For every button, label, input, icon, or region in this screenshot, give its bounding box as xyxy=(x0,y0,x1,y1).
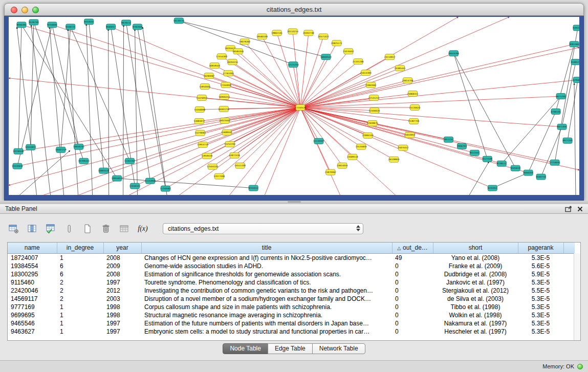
graph-node[interactable]: 19443794 xyxy=(448,51,460,56)
graph-node[interactable]: 19861541 xyxy=(271,30,282,36)
graph-node[interactable]: 22648675 xyxy=(367,120,378,126)
graph-node[interactable]: 8456203 xyxy=(524,170,533,176)
citation-edge-black[interactable] xyxy=(541,127,562,177)
table-row[interactable]: 1456911722003Disruption of a novel membe… xyxy=(8,295,575,303)
graph-node[interactable]: 25387704 xyxy=(408,118,420,124)
graph-node[interactable]: 24385441 xyxy=(395,65,406,71)
citation-edge-red[interactable] xyxy=(17,107,300,166)
graph-node[interactable]: 17761005 xyxy=(223,71,234,76)
graph-node[interactable]: 9346721 xyxy=(66,24,75,30)
function-builder-icon[interactable]: f(x) xyxy=(136,222,149,235)
table-row[interactable]: 969969511998Structural magnetic resonanc… xyxy=(8,311,575,319)
graph-node[interactable]: 12077008 xyxy=(213,173,225,179)
table-row[interactable]: 1830029562008Estimation of significance … xyxy=(8,270,575,278)
table-row[interactable]: 911546021997Tourette syndrome. Phenomeno… xyxy=(8,278,575,287)
graph-node[interactable]: 19560109 xyxy=(256,34,268,39)
delete-icon[interactable] xyxy=(99,222,113,235)
graph-node[interactable]: 10865516 xyxy=(98,168,110,173)
graph-node[interactable]: 20825171 xyxy=(331,40,342,46)
table-row[interactable]: 977716911998Corpus callosum shape and si… xyxy=(8,303,575,311)
close-panel-icon[interactable] xyxy=(577,206,583,212)
graph-node[interactable]: 8012441 xyxy=(470,150,480,156)
graph-node[interactable]: 8977240 xyxy=(563,138,573,143)
tab-node-table[interactable]: Node Table xyxy=(223,343,268,354)
citation-edge-red[interactable] xyxy=(300,96,561,107)
graph-node[interactable]: 9678112 xyxy=(121,20,131,26)
graph-node[interactable]: 17554300 xyxy=(216,54,227,59)
tab-edge-table[interactable]: Edge Table xyxy=(268,343,313,354)
column-header-out_de[interactable]: △out_de… xyxy=(392,243,433,253)
graph-node[interactable]: 15950004 xyxy=(199,84,210,90)
graph-node[interactable]: 23614055 xyxy=(337,163,348,168)
graph-node[interactable]: 10954817 xyxy=(112,176,123,181)
graph-node[interactable]: 10430616 xyxy=(12,163,23,169)
graph-node[interactable]: 9188570 xyxy=(571,59,579,65)
citation-edge-red[interactable] xyxy=(300,107,555,163)
citation-edge-black[interactable] xyxy=(179,20,293,64)
graph-node[interactable]: 14872416 xyxy=(229,152,240,158)
citation-edge-red[interactable] xyxy=(9,107,300,185)
graph-node[interactable]: 9294812 xyxy=(573,77,579,83)
graph-node[interactable]: 24868311 xyxy=(407,91,419,97)
column-header-year[interactable]: year xyxy=(103,243,141,253)
citation-edge-red[interactable] xyxy=(238,51,300,107)
graph-node[interactable]: 22406020 xyxy=(369,107,380,113)
graph-node[interactable]: 8871456 xyxy=(557,124,567,129)
graph-node[interactable]: 9245052 xyxy=(488,185,497,191)
citation-edge-black[interactable] xyxy=(138,27,166,188)
graph-node[interactable]: 9392245 xyxy=(573,25,579,31)
citation-edge-black[interactable] xyxy=(18,150,70,195)
graph-node[interactable]: 8766105 xyxy=(551,108,561,114)
citation-edge-black[interactable] xyxy=(179,20,325,57)
graph-node[interactable]: 14278061 xyxy=(194,130,206,136)
graph-node[interactable]: 16461218 xyxy=(218,106,229,112)
minimize-window-button[interactable] xyxy=(21,7,28,13)
graph-node[interactable]: 17344859 xyxy=(220,82,231,88)
graph-node[interactable]: 23389518 xyxy=(347,154,358,160)
graph-node[interactable]: 15048898 xyxy=(194,106,205,112)
graph-node[interactable]: 23870062 xyxy=(325,169,336,175)
citation-edge-red[interactable] xyxy=(300,44,574,107)
table-selector-dropdown[interactable]: citations_edges.txt xyxy=(163,223,363,234)
citation-edge-black[interactable] xyxy=(17,27,37,195)
graph-node[interactable]: 12504105 xyxy=(207,164,218,169)
citation-edge-black[interactable] xyxy=(123,25,124,195)
citation-edge-black[interactable] xyxy=(89,21,104,170)
graph-node[interactable]: 8345610 xyxy=(511,165,520,171)
citation-edge-red[interactable] xyxy=(240,107,300,166)
graph-node[interactable]: 15689441 xyxy=(221,129,232,135)
graph-node[interactable]: 16959503 xyxy=(209,63,220,69)
citation-edge-red[interactable] xyxy=(300,48,579,108)
column-header-title[interactable]: title xyxy=(141,243,392,253)
graph-node[interactable]: 15476957 xyxy=(196,95,207,101)
citation-edge-black[interactable] xyxy=(52,25,79,146)
new-column-icon[interactable] xyxy=(44,222,57,235)
graph-node[interactable]: 15252204 xyxy=(224,141,235,147)
table-scrollbar[interactable] xyxy=(574,253,580,340)
graph-node[interactable]: 25610853 xyxy=(404,132,416,138)
graph-node[interactable]: 15134507 xyxy=(313,138,324,144)
graph-node[interactable]: 9234606 xyxy=(47,22,57,28)
citation-edge-black[interactable] xyxy=(135,29,138,195)
table-row[interactable]: 2242004622012Investigating the contribut… xyxy=(8,287,575,295)
citation-edge-black[interactable] xyxy=(574,83,576,195)
table-row[interactable]: 1872400712008Changes of HCN gene express… xyxy=(8,253,575,262)
graph-node[interactable]: 16906452 xyxy=(219,94,230,100)
citation-edge-black[interactable] xyxy=(31,25,51,195)
citation-edge-red[interactable] xyxy=(79,107,300,147)
graph-node[interactable]: 8671240 xyxy=(556,94,566,99)
citation-edge-red[interactable] xyxy=(232,62,300,107)
column-header-in_degree[interactable]: in_degree xyxy=(57,243,103,253)
citation-edge-black[interactable] xyxy=(453,53,515,168)
citation-edge-black[interactable] xyxy=(492,173,528,188)
float-panel-icon[interactable] xyxy=(565,206,572,212)
citation-edge-black[interactable] xyxy=(68,29,78,195)
graph-node[interactable]: 10656240 xyxy=(73,144,84,149)
graph-node[interactable]: 21076407 xyxy=(343,49,354,54)
citation-edge-black[interactable] xyxy=(50,27,64,195)
graph-node[interactable]: 18130774 xyxy=(173,18,185,24)
graph-node[interactable]: 10236540 xyxy=(13,148,24,154)
graph-node[interactable]: 7811247 xyxy=(444,137,453,142)
graph-node[interactable]: 7906703 xyxy=(457,143,467,149)
network-canvas[interactable]: 1724052818204471175543001695950316280087… xyxy=(9,17,579,195)
